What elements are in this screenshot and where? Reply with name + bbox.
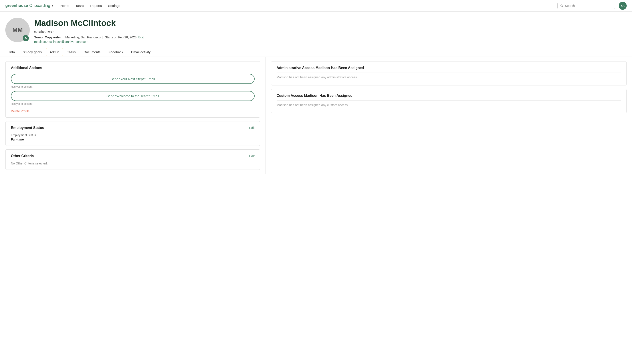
edit-avatar-button[interactable]: ✎: [23, 35, 29, 41]
search-area[interactable]: [558, 3, 615, 9]
additional-actions-card: Additional Actions Send "Your Next Steps…: [5, 61, 260, 118]
send-next-steps-button[interactable]: Send "Your Next Steps" Email: [11, 74, 254, 84]
search-icon: [560, 4, 563, 7]
profile-pronouns: (she/her/hers): [34, 30, 144, 33]
nav-settings[interactable]: Settings: [108, 4, 120, 8]
nav-tasks[interactable]: Tasks: [76, 4, 84, 8]
tab-email-activity[interactable]: Email activity: [127, 48, 155, 56]
profile-avatar: MM ✎: [5, 18, 30, 42]
tab-feedback[interactable]: Feedback: [104, 48, 127, 56]
custom-access-divider: [276, 100, 621, 100]
custom-access-card: Custom Access Madison Has Been Assigned …: [271, 89, 627, 113]
logo-chevron-icon: ▾: [52, 4, 53, 7]
tabs-bar: Info 30 day goals Admin Tasks Documents …: [0, 48, 632, 57]
other-criteria-header: Other Criteria Edit: [11, 154, 254, 158]
custom-access-title: Custom Access Madison Has Been Assigned: [276, 94, 621, 100]
other-criteria-empty: No Other Criteria selected.: [11, 162, 254, 165]
employment-status-card: Employment Status Edit Employment Status…: [5, 121, 260, 146]
profile-email[interactable]: madison.mcclintock@omniva-corp.com: [34, 40, 144, 44]
right-column: Administrative Access Madison Has Been A…: [266, 57, 632, 174]
profile-meta: Senior Copywriter | Marketing, San Franc…: [34, 36, 144, 39]
tab-documents[interactable]: Documents: [80, 48, 104, 56]
admin-access-divider: [276, 72, 621, 73]
additional-actions-title: Additional Actions: [11, 66, 254, 70]
profile-edit-link[interactable]: Edit: [138, 36, 144, 39]
nav-reports[interactable]: Reports: [90, 4, 102, 8]
other-criteria-edit-link[interactable]: Edit: [249, 154, 254, 158]
custom-access-empty: Madison has not been assigned any custom…: [276, 103, 621, 108]
employment-status-title: Employment Status: [11, 126, 44, 130]
profile-header: MM ✎ Madison McClintock (she/her/hers) S…: [0, 12, 632, 44]
user-avatar[interactable]: YA: [619, 2, 627, 10]
employment-status-field-value: Full-time: [11, 138, 254, 141]
admin-access-card: Administrative Access Madison Has Been A…: [271, 61, 627, 86]
tab-tasks[interactable]: Tasks: [63, 48, 80, 56]
tab-admin[interactable]: Admin: [46, 48, 63, 56]
nav-home[interactable]: Home: [60, 4, 69, 8]
profile-department-location: Marketing, San Francisco: [65, 36, 100, 39]
top-navigation: greenhouse Onboarding ▾ Home Tasks Repor…: [0, 0, 632, 12]
logo-area[interactable]: greenhouse Onboarding ▾: [5, 3, 53, 8]
employment-status-header: Employment Status Edit: [11, 126, 254, 130]
admin-access-empty: Madison has not been assigned any admini…: [276, 76, 621, 81]
profile-name: Madison McClintock: [34, 19, 144, 28]
svg-point-0: [561, 5, 562, 6]
svg-line-1: [562, 6, 563, 7]
profile-start-date: Starts on Feb 20, 2023: [105, 36, 136, 39]
employment-status-field-label: Employment Status: [11, 134, 254, 137]
tab-30-day-goals[interactable]: 30 day goals: [19, 48, 46, 56]
btn1-hint: Has yet to be sent: [11, 85, 254, 88]
profile-info: Madison McClintock (she/her/hers) Senior…: [34, 18, 144, 44]
send-welcome-button[interactable]: Send "Welcome to the Team" Email: [11, 91, 254, 101]
profile-role: Senior Copywriter: [34, 36, 61, 39]
main-content: Additional Actions Send "Your Next Steps…: [0, 57, 632, 174]
pencil-icon: ✎: [25, 36, 27, 40]
left-column: Additional Actions Send "Your Next Steps…: [0, 57, 266, 174]
other-criteria-card: Other Criteria Edit No Other Criteria se…: [5, 149, 260, 170]
logo-greenhouse: greenhouse: [5, 3, 28, 8]
tab-info[interactable]: Info: [5, 48, 19, 56]
other-criteria-title: Other Criteria: [11, 154, 34, 158]
search-input[interactable]: [565, 4, 612, 8]
nav-links: Home Tasks Reports Settings: [60, 4, 558, 8]
admin-access-title: Administrative Access Madison Has Been A…: [276, 66, 621, 72]
btn2-hint: Has yet to be sent: [11, 102, 254, 106]
delete-profile-link[interactable]: Delete Profile: [11, 110, 30, 113]
employment-status-edit-link[interactable]: Edit: [249, 126, 254, 130]
logo-onboarding: Onboarding: [29, 3, 50, 8]
